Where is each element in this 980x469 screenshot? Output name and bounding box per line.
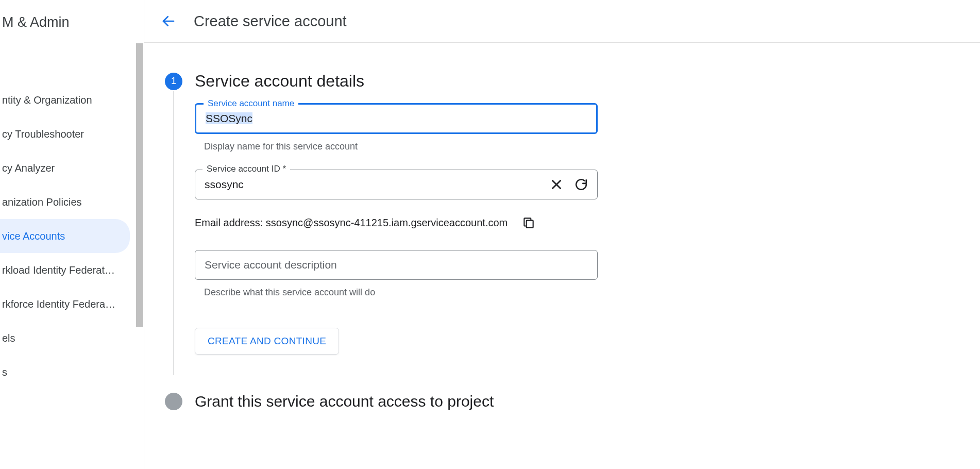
service-account-description-field: Describe what this service account will … (195, 250, 598, 298)
step-1-body: Service account name SSOSync Display nam… (174, 91, 980, 375)
sidebar-item-label: cy Troubleshooter (2, 128, 84, 140)
step-2-badge (165, 393, 182, 410)
service-account-name-helper: Display name for this service account (195, 141, 598, 152)
svg-rect-3 (527, 221, 533, 228)
sidebar-item-label: ntity & Organization (2, 94, 92, 106)
sidebar-item-policy-analyzer[interactable]: cy Analyzer (0, 151, 130, 185)
service-account-email-text: Email address: ssosync@ssosync-411215.ia… (195, 217, 508, 229)
sidebar-item-label: vice Accounts (2, 230, 65, 242)
sidebar-item-labels[interactable]: els (0, 321, 130, 355)
service-account-id-label: Service account ID * (202, 164, 290, 174)
sidebar-item-label: els (2, 332, 15, 344)
clear-icon[interactable] (550, 178, 563, 191)
step-2-title: Grant this service account access to pro… (195, 393, 494, 410)
copy-icon[interactable] (522, 216, 535, 229)
service-account-id-field: Service account ID * ssosync (195, 170, 598, 199)
create-and-continue-button[interactable]: Create and Continue (195, 328, 339, 355)
sidebar-item-policy-troubleshooter[interactable]: cy Troubleshooter (0, 117, 130, 151)
sidebar-scrollbar[interactable] (136, 43, 143, 327)
page-title: Create service account (194, 13, 347, 30)
service-account-name-label: Service account name (204, 98, 298, 109)
sidebar-item-label: s (2, 366, 7, 378)
step-1-title: Service account details (195, 72, 364, 91)
service-account-description-input-wrapper[interactable] (195, 250, 598, 280)
sidebar-item-label: rkforce Identity Federa… (2, 298, 115, 310)
service-account-description-helper: Describe what this service account will … (195, 287, 598, 298)
sidebar-item[interactable] (0, 57, 130, 83)
sidebar-nav: ntity & Organization cy Troubleshooter c… (0, 57, 144, 389)
step-2-header: Grant this service account access to pro… (165, 393, 980, 410)
sidebar-item-workforce-identity-federation[interactable]: rkforce Identity Federa… (0, 287, 130, 321)
service-account-name-value[interactable]: SSOSync (206, 112, 587, 125)
back-arrow-icon[interactable] (161, 13, 176, 29)
service-account-email-row: Email address: ssosync@ssosync-411215.ia… (195, 216, 980, 229)
sidebar-item-label: anization Policies (2, 196, 82, 208)
refresh-icon[interactable] (575, 178, 588, 191)
sidebar-item-service-accounts[interactable]: vice Accounts (0, 219, 130, 253)
service-account-id-value[interactable]: ssosync (205, 178, 550, 191)
sidebar-title: M & Admin (0, 0, 144, 30)
sidebar-item-workload-identity-federation[interactable]: rkload Identity Federat… (0, 253, 130, 287)
content: 1 Service account details Service accoun… (144, 43, 980, 410)
step-1-badge: 1 (165, 73, 182, 90)
service-account-id-input-wrapper[interactable]: Service account ID * ssosync (195, 170, 598, 199)
main: Create service account 1 Service account… (144, 0, 980, 469)
sidebar-item-tags[interactable]: s (0, 355, 130, 389)
sidebar-item-identity-organization[interactable]: ntity & Organization (0, 83, 130, 117)
sidebar-item-label: rkload Identity Federat… (2, 264, 115, 276)
sidebar: M & Admin ntity & Organization cy Troubl… (0, 0, 144, 469)
sidebar-item-organization-policies[interactable]: anization Policies (0, 185, 130, 219)
sidebar-item-label: cy Analyzer (2, 162, 55, 174)
step-1-header: 1 Service account details (165, 72, 980, 91)
topbar: Create service account (144, 0, 980, 43)
service-account-description-input[interactable] (205, 259, 588, 271)
service-account-name-input-wrapper[interactable]: Service account name SSOSync (195, 103, 598, 134)
service-account-name-field: Service account name SSOSync Display nam… (195, 103, 598, 152)
